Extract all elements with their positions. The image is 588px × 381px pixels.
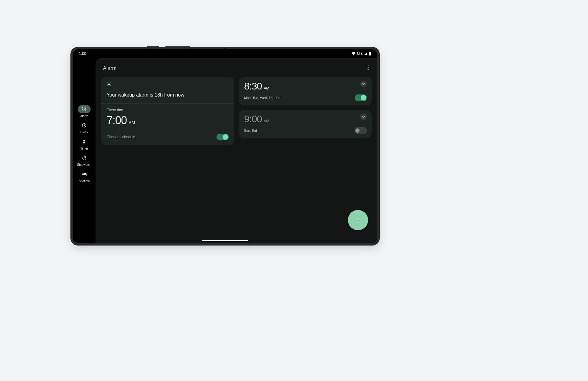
tablet-frame: 1:00 LTE Alarm (70, 47, 380, 246)
alarm-toggle[interactable] (355, 127, 367, 134)
stopwatch-icon (78, 154, 91, 162)
nav-item-clock[interactable]: Clock (78, 120, 91, 135)
more-button[interactable] (366, 64, 370, 73)
status-bar: 1:00 LTE (73, 49, 377, 58)
app-body: Alarm Clock Timer (73, 58, 377, 243)
toggle-knob (223, 134, 228, 140)
status-right: LTE (352, 52, 371, 55)
svg-point-2 (83, 157, 86, 160)
wifi-icon (352, 52, 356, 55)
wakeup-summary: Your wakeup alarm is 18h from now (101, 77, 234, 104)
alarm-time: 8:30 AM (244, 81, 269, 92)
expand-button[interactable] (360, 81, 367, 87)
time-value: 9:00 (244, 113, 262, 125)
add-alarm-fab[interactable] (348, 210, 368, 230)
page-title: Alarm (103, 65, 116, 71)
nav-label: Timer (80, 147, 88, 150)
svg-point-3 (368, 65, 368, 66)
nav-rail: Alarm Clock Timer (73, 58, 96, 243)
panel-header: Alarm (101, 63, 372, 77)
wakeup-card[interactable]: Your wakeup alarm is 18h from now Every … (101, 77, 234, 145)
signal-icon (364, 52, 368, 55)
hw-button (165, 46, 190, 47)
network-label: LTE (357, 52, 363, 55)
bed-icon (78, 170, 91, 178)
alarm-time: 9:00 AM (244, 113, 269, 125)
toggle-knob (355, 128, 360, 133)
chevron-down-icon (362, 83, 365, 85)
change-schedule-link[interactable]: Change schedule (107, 135, 135, 139)
tablet-camera (224, 48, 226, 49)
nav-label: Stopwatch (77, 163, 92, 166)
toggle-knob (361, 95, 366, 101)
battery-icon (369, 52, 371, 55)
nav-label: Clock (80, 131, 88, 134)
nav-item-bedtime[interactable]: Bedtime (78, 169, 91, 184)
alarm-icon (78, 105, 91, 113)
wakeup-time: 7:00 AM (107, 114, 229, 127)
hw-button (147, 46, 159, 47)
main-panel: Alarm Your wakeup alarm is 18h from n (96, 58, 377, 243)
alarm-days: Mon, Tue, Wed, Thu, Fri (244, 96, 280, 100)
svg-point-6 (108, 83, 110, 85)
sun-icon (107, 82, 229, 88)
hourglass-icon (78, 138, 91, 146)
nav-item-alarm[interactable]: Alarm (78, 104, 91, 119)
time-ampm: AM (129, 120, 135, 125)
nav-label: Bedtime (79, 179, 90, 183)
gesture-nav-handle[interactable] (202, 240, 248, 241)
time-ampm: AM (264, 119, 269, 123)
alarm-toggle[interactable] (355, 94, 367, 101)
time-value: 7:00 (107, 114, 127, 127)
alarm-card-0[interactable]: 8:30 AM Mon, Tue, Wed, Thu, Fri (239, 77, 372, 105)
nav-item-timer[interactable]: Timer (78, 136, 91, 151)
time-ampm: AM (264, 86, 269, 90)
alarm-days: Sun, Sat (244, 129, 257, 132)
wakeup-toggle[interactable] (217, 134, 229, 140)
right-column: 8:30 AM Mon, Tue, Wed, Thu, Fri (239, 77, 372, 145)
nav-item-stopwatch[interactable]: Stopwatch (77, 153, 92, 168)
wakeup-message: Your wakeup alarm is 18h from now (107, 92, 229, 98)
screen: 1:00 LTE Alarm (73, 49, 377, 243)
alarm-card-1[interactable]: 9:00 AM Sun, Sat (239, 110, 372, 138)
left-column: Your wakeup alarm is 18h from now Every … (101, 77, 234, 145)
clock-icon (78, 121, 91, 129)
svg-point-5 (368, 69, 368, 70)
schedule-label: Every day (107, 108, 229, 112)
chevron-down-icon (362, 116, 365, 118)
cards-row: Your wakeup alarm is 18h from now Every … (101, 77, 372, 145)
nav-label: Alarm (80, 114, 88, 118)
status-time: 1:00 (79, 51, 86, 56)
more-vert-icon (368, 65, 369, 70)
tablet-hw-buttons (147, 46, 190, 47)
wakeup-detail: Every day 7:00 AM Change schedule (101, 104, 234, 145)
time-value: 8:30 (244, 81, 262, 92)
plus-icon (355, 217, 361, 223)
expand-button[interactable] (360, 113, 367, 120)
wakeup-footer: Change schedule (107, 134, 229, 140)
svg-point-4 (368, 67, 368, 68)
